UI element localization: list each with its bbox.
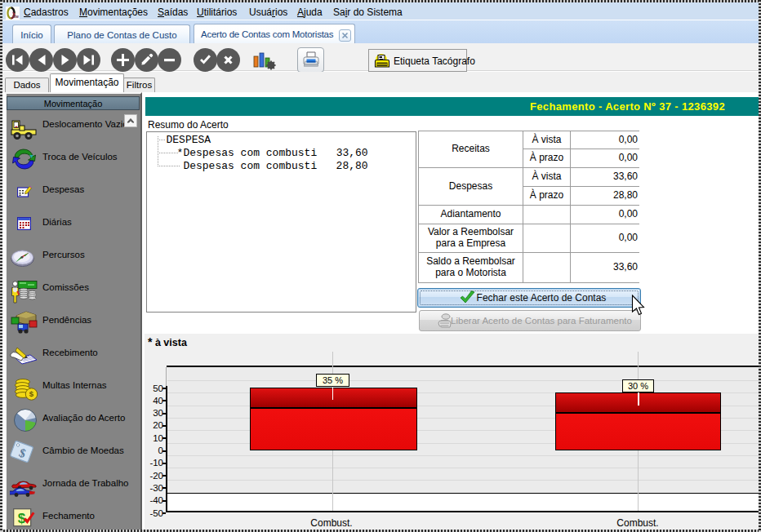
svg-text:$: $ xyxy=(29,389,34,398)
svg-text:Mw: Mw xyxy=(12,15,19,19)
